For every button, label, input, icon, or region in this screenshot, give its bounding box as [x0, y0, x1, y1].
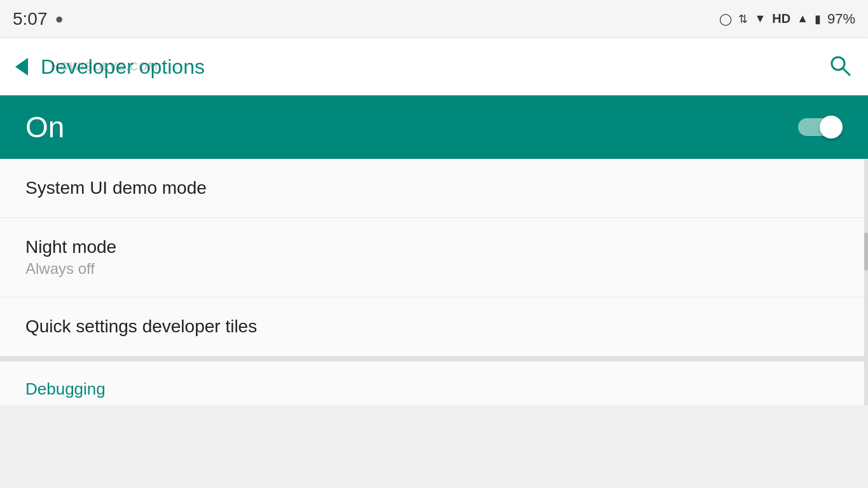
status-right: ◯ ⇅ ▼ HD ▲ ▮ 97% — [719, 11, 855, 27]
night-mode-subtitle: Always off — [25, 260, 843, 278]
list-item[interactable]: System UI demo mode — [0, 159, 868, 218]
hd-indicator: HD — [772, 11, 790, 26]
on-banner: On — [0, 95, 868, 159]
svg-line-1 — [843, 68, 850, 75]
pocket-casts-icon: ● — [55, 11, 64, 27]
night-mode-title: Night mode — [25, 237, 843, 257]
scrollbar[interactable] — [864, 159, 868, 405]
list-item[interactable]: Night mode Always off — [0, 218, 868, 297]
toggle-thumb — [820, 116, 843, 139]
watermark: HOWISOLVE.COM — [51, 60, 158, 74]
status-time: 5:07 — [13, 9, 48, 29]
system-ui-demo-title: System UI demo mode — [25, 178, 843, 198]
search-button[interactable] — [827, 53, 853, 81]
scrollbar-thumb — [864, 233, 868, 271]
quick-settings-title: Quick settings developer tiles — [25, 316, 843, 337]
status-bar: 5:07 ● ◯ ⇅ ▼ HD ▲ ▮ 97% — [0, 0, 868, 38]
wifi-icon: ▼ — [754, 12, 766, 25]
back-arrow-icon — [15, 58, 28, 76]
list-item[interactable]: Quick settings developer tiles — [0, 297, 868, 356]
debugging-section: Debugging — [0, 362, 868, 405]
signal-icon: ▲ — [797, 12, 808, 25]
content-area: System UI demo mode Night mode Always of… — [0, 159, 868, 405]
status-left: 5:07 ● — [13, 9, 64, 29]
search-icon — [827, 53, 853, 78]
alarm-icon: ◯ — [719, 12, 732, 26]
debugging-section-title: Debugging — [25, 379, 106, 398]
back-button[interactable] — [15, 58, 28, 76]
battery-percent: 97% — [827, 11, 855, 27]
battery-icon: ▮ — [815, 12, 821, 26]
sort-icon: ⇅ — [738, 12, 748, 26]
section-divider — [0, 356, 868, 362]
developer-options-status-label: On — [25, 110, 64, 144]
developer-options-toggle[interactable] — [798, 116, 843, 139]
